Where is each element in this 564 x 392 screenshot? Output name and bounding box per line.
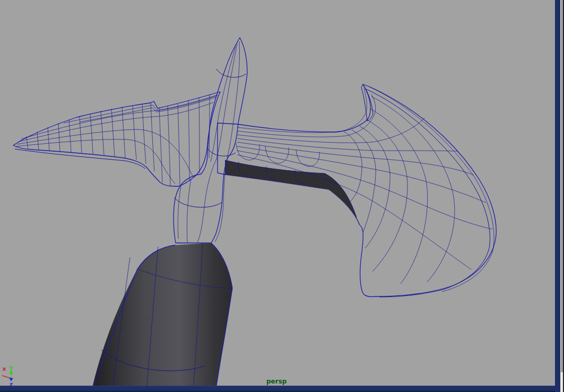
active-viewport-border-bottom (0, 386, 560, 392)
axe-left-blade (13, 92, 220, 186)
scrollbar-thumb[interactable] (561, 372, 563, 392)
window-edge-strip (560, 0, 564, 392)
x-axis-line (2, 376, 11, 378)
perspective-viewport[interactable]: x y z persp (0, 0, 560, 392)
axe-right-blade (218, 84, 496, 297)
axe-3d-model[interactable] (0, 0, 560, 392)
axe-handle-shaft (173, 38, 247, 243)
axe-grip (91, 243, 232, 392)
camera-name-label: persp (266, 378, 287, 385)
y-axis-label: y (9, 364, 13, 371)
y-axis: y (9, 364, 13, 378)
active-viewport-border-right (555, 0, 560, 392)
x-axis-label: x (2, 365, 6, 372)
